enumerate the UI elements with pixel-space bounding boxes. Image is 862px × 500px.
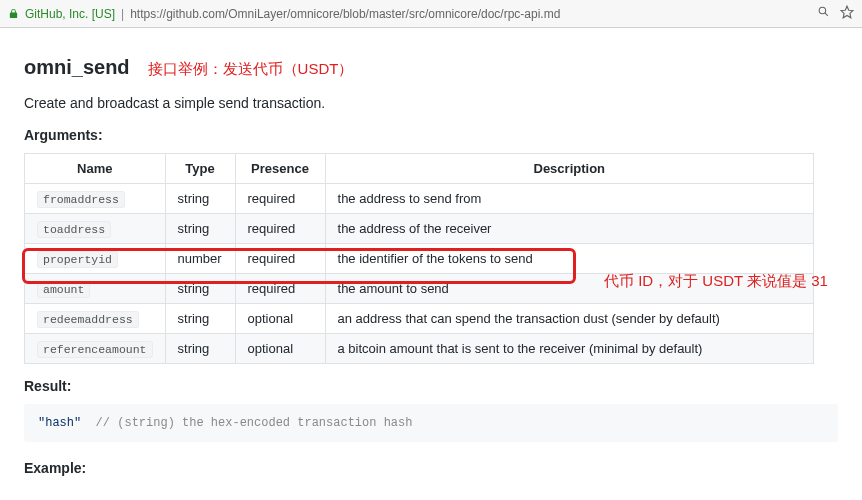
arguments-table: Name Type Presence Description fromaddre… [24, 153, 814, 364]
page-content: omni_send 接口举例：发送代币（USDT） Create and bro… [0, 28, 862, 500]
col-name: Name [25, 154, 166, 184]
param-type: string [165, 274, 235, 304]
param-presence: optional [235, 304, 325, 334]
search-icon[interactable] [817, 5, 830, 22]
svg-point-0 [819, 7, 826, 14]
table-row: propertyid number required the identifie… [25, 244, 814, 274]
param-presence: optional [235, 334, 325, 364]
title-annotation: 接口举例：发送代币（USDT） [148, 60, 354, 79]
url-separator: | [121, 7, 124, 21]
col-type: Type [165, 154, 235, 184]
param-type: string [165, 214, 235, 244]
col-presence: Presence [235, 154, 325, 184]
param-name: referenceamount [37, 341, 153, 358]
result-comment: // (string) the hex-encoded transaction … [81, 416, 412, 430]
table-row: referenceamount string optional a bitcoi… [25, 334, 814, 364]
arguments-table-wrap: Name Type Presence Description fromaddre… [24, 153, 814, 364]
param-description: a bitcoin amount that is sent to the rec… [325, 334, 813, 364]
param-type: string [165, 304, 235, 334]
result-string: "hash" [38, 416, 81, 430]
site-identity-label: GitHub, Inc. [US] [25, 7, 115, 21]
browser-address-bar: GitHub, Inc. [US] | https://github.com/O… [0, 0, 862, 28]
table-row: fromaddress string required the address … [25, 184, 814, 214]
result-heading: Result: [24, 378, 838, 394]
param-description: the identifier of the tokens to send [325, 244, 813, 274]
param-name: amount [37, 281, 90, 298]
url-text[interactable]: https://github.com/OmniLayer/omnicore/bl… [130, 7, 811, 21]
example-heading: Example: [24, 460, 838, 476]
param-name: redeemaddress [37, 311, 139, 328]
param-description: the address to send from [325, 184, 813, 214]
api-title: omni_send [24, 56, 130, 79]
api-description: Create and broadcast a simple send trans… [24, 95, 838, 111]
param-name: toaddress [37, 221, 111, 238]
col-description: Description [325, 154, 813, 184]
lock-icon [8, 8, 19, 19]
arguments-heading: Arguments: [24, 127, 838, 143]
param-description: an address that can spend the transactio… [325, 304, 813, 334]
param-type: number [165, 244, 235, 274]
star-icon[interactable] [840, 5, 854, 22]
param-presence: required [235, 184, 325, 214]
svg-line-1 [825, 13, 828, 16]
param-type: string [165, 334, 235, 364]
param-presence: required [235, 244, 325, 274]
param-description: the address of the receiver [325, 214, 813, 244]
param-name: fromaddress [37, 191, 125, 208]
param-presence: required [235, 274, 325, 304]
param-type: string [165, 184, 235, 214]
table-row: toaddress string required the address of… [25, 214, 814, 244]
table-row: redeemaddress string optional an address… [25, 304, 814, 334]
row-annotation: 代币 ID，对于 USDT 来说值是 31 [604, 272, 828, 291]
result-code-block: "hash" // (string) the hex-encoded trans… [24, 404, 838, 442]
param-presence: required [235, 214, 325, 244]
svg-marker-2 [841, 6, 853, 18]
param-name: propertyid [37, 251, 118, 268]
